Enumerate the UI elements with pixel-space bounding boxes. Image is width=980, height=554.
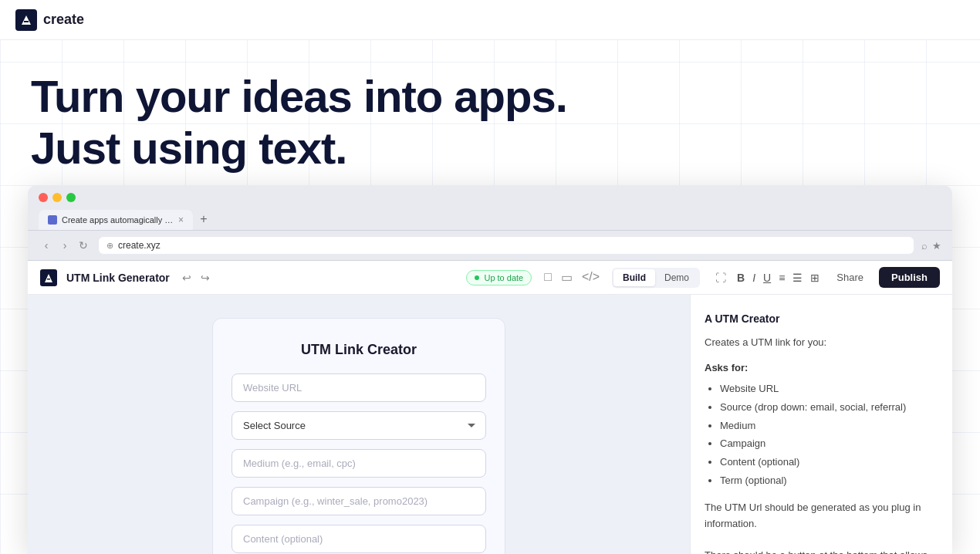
campaign-input[interactable] [231,487,486,515]
address-star-icon[interactable]: ★ [932,240,941,252]
app-toolbar: UTM Link Generator ↩ ↪ Up to date □ ▭ </… [28,261,952,295]
share-button[interactable]: Share [830,269,870,286]
undo-button[interactable]: ↩ [179,270,194,285]
nav-back-button[interactable]: ‹ [39,238,54,253]
nav-forward-button[interactable]: › [57,238,73,253]
medium-input[interactable] [231,449,486,478]
underline-icon[interactable]: U [762,270,772,285]
desktop-view-icon[interactable]: □ [541,269,555,286]
expand-icon[interactable]: ⛶ [715,272,726,284]
italic-icon[interactable]: I [751,270,757,285]
desc-asks-label: Asks for: [705,360,938,377]
tab-favicon [48,215,57,225]
app-preview-panel: UTM Link Creator Select Source email soc… [28,295,690,554]
toolbar-left: UTM Link Generator ↩ ↪ [40,269,213,286]
nav-refresh-button[interactable]: ↻ [76,238,91,253]
logo-icon [15,9,37,31]
status-dot-icon [475,275,479,280]
desc-list-item: Medium [720,418,938,434]
code-view-icon[interactable]: </> [579,269,603,286]
desc-body-text1: The UTM Url should be generated as you p… [705,500,938,532]
desc-list-item: Term (optional) [720,473,938,489]
desc-title: A UTM Creator [705,310,938,327]
description-panel: A UTM Creator Creates a UTM link for you… [690,295,952,554]
address-lock-icon: ⊕ [106,241,113,251]
browser-chrome: Create apps automagically w... × + [28,185,952,231]
ordered-list-icon[interactable]: ≡ [777,270,786,285]
hero-title-line1: Turn your ideas into apps. [31,71,567,121]
desc-creates-text: Creates a UTM link for you: [705,335,938,351]
tab-close-button[interactable]: × [178,215,184,225]
build-demo-toggle: Build Demo [612,268,700,288]
demo-toggle-button[interactable]: Demo [655,269,698,286]
app-title: UTM Link Generator [66,272,170,284]
address-actions: ⌕ ★ [921,240,941,252]
address-url-text: create.xyz [118,240,161,251]
traffic-lights [39,193,941,202]
address-search-icon[interactable]: ⌕ [921,240,928,252]
status-text: Up to date [484,273,523,282]
utm-form-container: UTM Link Creator Select Source email soc… [212,318,505,554]
top-navbar: create [0,0,980,40]
hero-title-line2: Just using text. [31,123,346,173]
browser-address-bar: ‹ › ↻ ⊕ create.xyz ⌕ ★ [28,231,952,261]
desc-items-list: Website URL Source (drop down: email, so… [705,381,938,489]
new-tab-button[interactable]: + [194,210,213,228]
desc-list-item: Source (drop down: email, social, referr… [720,400,938,416]
build-toggle-button[interactable]: Build [613,269,655,286]
toolbar-right: Up to date □ ▭ </> Build Demo ⛶ B I U ≡ … [466,267,940,288]
browser-window: Create apps automagically w... × + ‹ › ↻… [28,185,952,554]
traffic-light-red[interactable] [39,193,48,202]
browser-tab-active[interactable]: Create apps automagically w... × [39,210,193,230]
tab-title: Create apps automagically w... [62,215,174,225]
desc-list-item: Campaign [720,436,938,452]
svg-rect-2 [24,21,29,22]
source-select[interactable]: Select Source email social referral [231,411,486,440]
hero-section: Turn your ideas into apps. Just using te… [0,40,980,197]
logo-text: create [43,12,84,28]
desc-body-text2: There should be a button at the bottom t… [705,548,938,554]
publish-button[interactable]: Publish [879,267,940,288]
main-content: UTM Link Creator Select Source email soc… [28,295,952,554]
svg-rect-5 [47,279,50,280]
address-box[interactable]: ⊕ create.xyz [99,237,914,254]
utm-form-title: UTM Link Creator [231,342,486,358]
website-url-input[interactable] [231,373,486,402]
nav-buttons: ‹ › ↻ [39,238,91,253]
desc-list-item: Content (optional) [720,454,938,471]
redo-button[interactable]: ↪ [198,270,213,285]
image-insert-icon[interactable]: ⊞ [809,270,821,285]
content-input[interactable] [231,525,486,553]
tab-bar: Create apps automagically w... × + [39,210,941,230]
desc-list-item: Website URL [720,381,938,397]
view-icons: □ ▭ </> [541,269,603,286]
unordered-list-icon[interactable]: ☰ [791,270,804,285]
hero-title: Turn your ideas into apps. Just using te… [31,71,949,174]
traffic-light-green[interactable] [66,193,76,202]
bold-icon[interactable]: B [735,270,746,285]
app-logo-small-icon [40,269,57,286]
text-format-icons: B I U ≡ ☰ ⊞ [735,270,821,285]
undo-redo-buttons: ↩ ↪ [179,270,213,285]
logo-area: create [15,9,84,31]
status-badge: Up to date [466,270,532,285]
tablet-view-icon[interactable]: ▭ [558,269,576,286]
traffic-light-yellow[interactable] [52,193,62,202]
